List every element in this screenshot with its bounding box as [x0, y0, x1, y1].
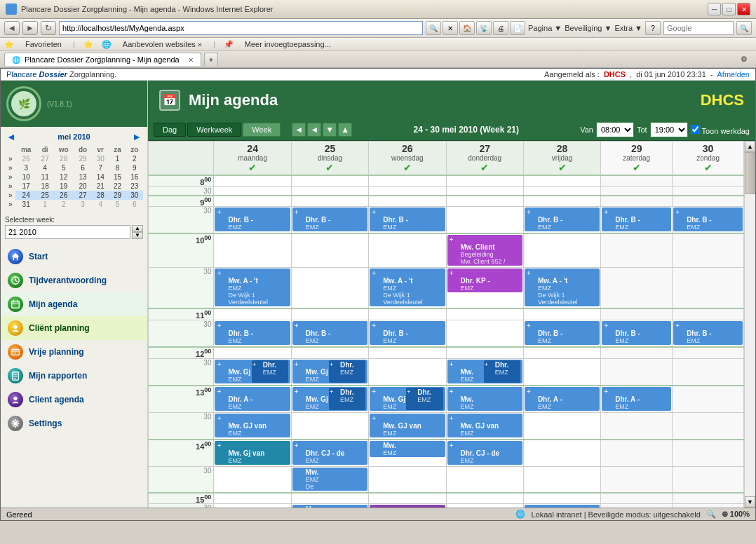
cal-day-cell[interactable]: 15 — [109, 172, 126, 182]
appt-sun-11h30[interactable]: + Dhr. B - EMZ — [673, 321, 743, 345]
cell-15h30-sat[interactable] — [601, 504, 673, 508]
nav-item-start[interactable]: Start — [1, 245, 147, 268]
cell-15h-tue[interactable] — [291, 493, 368, 504]
cell-9h-fri[interactable] — [523, 196, 600, 207]
address-input[interactable] — [59, 21, 423, 35]
cell-12h-sat[interactable] — [601, 347, 673, 358]
cal-day-cell[interactable]: 27 — [36, 154, 53, 163]
appt-tue-14h30[interactable]: Mw.EMZDe — [292, 468, 367, 491]
cal-day-cell[interactable]: 28 — [53, 154, 74, 163]
cell-13h30-tue[interactable] — [291, 412, 368, 440]
tab-dag[interactable]: Dag — [154, 123, 186, 137]
page-settings-button[interactable]: ⚙ — [736, 54, 752, 64]
appt-tue-9h30[interactable]: + Dhr. B - EMZ — [292, 208, 367, 231]
cell-8h-sun[interactable] — [673, 175, 744, 186]
cal-week-marker[interactable]: » — [5, 172, 15, 182]
cal-day-cell[interactable]: 3 — [15, 163, 36, 172]
cell-14h30-tue[interactable]: Mw.EMZDe — [291, 466, 368, 493]
add-appt-sun-9h30[interactable]: + — [675, 208, 680, 216]
nav-item-mijn-agenda[interactable]: Mijn agenda — [1, 292, 147, 316]
help-button[interactable]: ? — [645, 21, 661, 35]
add-appt-mon-11h30[interactable]: + — [217, 322, 221, 329]
van-time-select[interactable]: 08:00 07:00 09:00 — [596, 122, 634, 137]
cal-day-cell[interactable]: 7 — [92, 163, 109, 172]
cal-day-cell[interactable]: 4 — [92, 200, 109, 209]
cell-8h30-sun[interactable] — [673, 186, 744, 196]
cell-15h30-sun[interactable] — [673, 504, 744, 508]
refresh-button[interactable]: ↻ — [41, 21, 56, 35]
appt-sat-11h30[interactable]: + Dhr. B - EMZ — [602, 321, 671, 345]
appt-thu-13h30[interactable]: + Mw. GJ vanEMZ — [447, 414, 522, 437]
cal-day-cell[interactable]: 8 — [109, 163, 126, 172]
add-appt-fri-11h30[interactable]: + — [527, 322, 531, 329]
appt-thu-10h30[interactable]: + Dhr. KP - EMZ — [447, 268, 522, 292]
search-button[interactable]: 🔍 — [426, 21, 441, 35]
cell-10h30-sat[interactable] — [601, 268, 673, 309]
cal-week-marker[interactable]: » — [5, 200, 15, 209]
appt-wed-11h30[interactable]: + Dhr. B - EMZ — [370, 321, 445, 345]
appt-thu-10h[interactable]: + Mw. Client Begeleiding Mw. Client 852 … — [447, 235, 522, 266]
appt-sat-9h30[interactable]: + Dhr. B - EMZ — [602, 208, 671, 231]
cal-day-cell[interactable]: 1 — [109, 154, 126, 163]
appt-tue-15h30[interactable]: Mw.EMZDe — [292, 505, 367, 508]
cell-11h30-sun[interactable]: + Dhr. B - EMZ — [673, 320, 744, 347]
add-appt-fri-13h[interactable]: + — [527, 388, 531, 395]
nav-item-vrije-planning[interactable]: Vrije planning — [1, 340, 147, 364]
add-appt-tue-13hb[interactable]: + — [330, 388, 333, 395]
cal-day-cell[interactable]: 11 — [36, 172, 53, 182]
cal-week-marker[interactable]: » — [5, 154, 15, 163]
appt-wed-9h30[interactable]: + Dhr. B - EMZ — [370, 208, 445, 231]
cal-prev-prev-button[interactable]: ◄ — [292, 123, 306, 137]
cal-day-cell[interactable]: 12 — [53, 172, 74, 182]
cal-day-cell[interactable]: 5 — [109, 200, 126, 209]
nav-item-tijdverantwoording[interactable]: Tijdverantwoording — [1, 268, 147, 292]
vertical-scrollbar[interactable]: ▲ ▼ — [744, 141, 755, 508]
cell-8h-sat[interactable] — [601, 175, 673, 186]
add-appt-wed-9h30[interactable]: + — [372, 208, 376, 216]
cell-10h30-mon[interactable]: + Mw. A - 't EMZ De Wijk 1 Verdeelsleute… — [214, 268, 291, 309]
cell-12h-wed[interactable] — [369, 347, 446, 358]
appt-mon-13h[interactable]: + Dhr. A -EMZ — [215, 387, 290, 411]
add-appt-tue-12h30b[interactable]: + — [330, 361, 333, 368]
cell-15h30-thu[interactable] — [446, 504, 523, 508]
minimize-button[interactable]: ─ — [708, 3, 721, 15]
cell-13h-sat[interactable]: + Dhr. A -EMZ — [601, 386, 673, 413]
week-spin-down[interactable]: ▼ — [132, 232, 143, 239]
cell-8h30-fri[interactable] — [523, 186, 600, 196]
cell-9h30-fri[interactable]: + Dhr. B - EMZ — [523, 207, 600, 234]
add-appt-thu-12h30b[interactable]: + — [485, 361, 488, 368]
cell-11h-tue[interactable] — [291, 308, 368, 320]
appt-tue-11h30[interactable]: + Dhr. B - EMZ — [292, 321, 367, 345]
nav-item-settings[interactable]: Settings — [1, 412, 147, 435]
print-button[interactable]: 🖨 — [493, 21, 508, 35]
add-appt-fri-10h30[interactable]: + — [527, 269, 531, 277]
appt-mon-9h30[interactable]: + Dhr. B - EMZ — [215, 208, 290, 231]
add-appt-sun-11h30[interactable]: + — [675, 322, 680, 329]
browser-search-go[interactable]: 🔍 — [736, 21, 752, 35]
appt-mon-10h30[interactable]: + Mw. A - 't EMZ De Wijk 1 Verdeelsleute… — [215, 268, 290, 306]
cell-8h30-thu[interactable] — [446, 186, 523, 196]
appt-sat-13h[interactable]: + Dhr. A -EMZ — [602, 387, 671, 411]
cal-day-cell[interactable]: 21 — [92, 182, 109, 191]
cell-15h-sun[interactable] — [673, 493, 744, 504]
cell-11h30-sat[interactable]: + Dhr. B - EMZ — [601, 320, 673, 347]
cell-13h30-sun[interactable] — [673, 412, 744, 440]
cal-day-cell[interactable]: 20 — [74, 182, 92, 191]
cell-13h-mon[interactable]: + Dhr. A -EMZ — [214, 386, 291, 413]
aanbevolen-button[interactable]: Aanbevolen websites » — [120, 39, 205, 49]
add-appt-tue-13ha[interactable]: + — [295, 388, 299, 395]
cal-day-cell[interactable]: 13 — [74, 172, 92, 182]
close-button[interactable]: ✕ — [737, 3, 750, 15]
cal-day-cell[interactable]: 2 — [126, 154, 143, 163]
cell-13h-wed[interactable]: + Mw. GjEMZ + Dhr.EMZ — [369, 386, 446, 413]
cell-14h-mon[interactable]: + Mw. Gj vanEMZ — [214, 440, 291, 467]
cell-12h-sun[interactable] — [673, 347, 744, 358]
add-appt-wed-13h30[interactable]: + — [372, 414, 376, 422]
cell-11h-sat[interactable] — [601, 308, 673, 320]
add-appt-thu-10h[interactable]: + — [450, 236, 454, 243]
add-appt-mon-9h30[interactable]: + — [217, 208, 221, 216]
extra-menu[interactable]: Extra ▼ — [614, 24, 642, 32]
cal-day-cell-selected[interactable]: 30 — [126, 191, 143, 200]
afmelden-link[interactable]: Afmelden — [717, 70, 750, 79]
cal-day-cell-selected[interactable]: 27 — [74, 191, 92, 200]
